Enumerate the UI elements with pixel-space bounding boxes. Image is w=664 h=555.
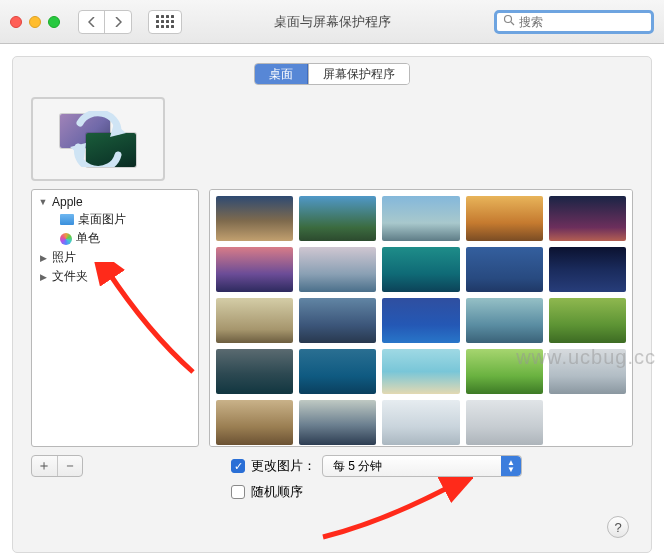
- show-all-button[interactable]: [148, 10, 182, 34]
- wallpaper-thumb[interactable]: [466, 196, 543, 241]
- wallpaper-thumb[interactable]: [549, 349, 626, 394]
- add-remove-group: ＋ －: [31, 455, 83, 477]
- wallpaper-thumb[interactable]: [382, 400, 459, 445]
- prefpane: 桌面 屏幕保护程序 ▼ Apple 桌面图: [12, 56, 652, 553]
- random-order-label: 随机顺序: [251, 483, 303, 501]
- wallpaper-thumb[interactable]: [216, 400, 293, 445]
- wallpaper-thumb[interactable]: [216, 247, 293, 292]
- wallpaper-thumb[interactable]: [466, 349, 543, 394]
- tree-node-desktop-pictures[interactable]: 桌面图片: [32, 210, 198, 229]
- svg-point-0: [505, 16, 512, 23]
- search-field-wrap[interactable]: [494, 10, 654, 34]
- random-order-checkbox[interactable]: [231, 485, 245, 499]
- svg-line-1: [511, 22, 514, 25]
- change-picture-checkbox[interactable]: [231, 459, 245, 473]
- colorwheel-icon: [60, 233, 72, 245]
- wallpaper-thumb[interactable]: [299, 349, 376, 394]
- nav-group: [78, 10, 132, 34]
- disclosure-right-icon: ▶: [38, 253, 48, 263]
- wallpaper-thumb[interactable]: [466, 247, 543, 292]
- tree-label: 照片: [52, 249, 76, 266]
- select-stepper-icon: ▲▼: [501, 456, 521, 476]
- wallpaper-thumb[interactable]: [549, 298, 626, 343]
- tree-label: 文件夹: [52, 268, 88, 285]
- minimize-window-button[interactable]: [29, 16, 41, 28]
- current-wallpaper-preview: [31, 97, 165, 181]
- wallpaper-thumb[interactable]: [382, 196, 459, 241]
- wallpaper-thumb[interactable]: [382, 247, 459, 292]
- disclosure-right-icon: ▶: [38, 272, 48, 282]
- wallpaper-thumb[interactable]: [299, 400, 376, 445]
- tree-label: 单色: [76, 230, 100, 247]
- remove-source-button[interactable]: －: [57, 456, 83, 476]
- back-button[interactable]: [79, 11, 105, 33]
- wallpaper-thumb[interactable]: [216, 298, 293, 343]
- controls-row: ＋ － 更改图片： 每 5 分钟 ▲▼ 随机顺序: [31, 455, 633, 501]
- wallpaper-thumb[interactable]: [299, 298, 376, 343]
- folder-icon: [60, 214, 74, 225]
- titlebar: 桌面与屏幕保护程序: [0, 0, 664, 44]
- wallpaper-grid[interactable]: [209, 189, 633, 447]
- source-sidebar[interactable]: ▼ Apple 桌面图片 单色 ▶ 照片 ▶ 文件夹: [31, 189, 199, 447]
- change-picture-label: 更改图片：: [251, 457, 316, 475]
- zoom-window-button[interactable]: [48, 16, 60, 28]
- grid-icon: [156, 15, 174, 28]
- help-button[interactable]: ?: [607, 516, 629, 538]
- tabs: 桌面 屏幕保护程序: [13, 63, 651, 85]
- wallpaper-thumb[interactable]: [299, 196, 376, 241]
- wallpaper-thumb[interactable]: [549, 196, 626, 241]
- tab-screensaver[interactable]: 屏幕保护程序: [308, 64, 409, 84]
- cycle-icon: [60, 111, 136, 167]
- wallpaper-thumb[interactable]: [299, 247, 376, 292]
- close-window-button[interactable]: [10, 16, 22, 28]
- wallpaper-thumb[interactable]: [382, 349, 459, 394]
- tab-desktop[interactable]: 桌面: [255, 64, 308, 84]
- disclosure-down-icon: ▼: [38, 197, 48, 207]
- select-value: 每 5 分钟: [333, 458, 382, 475]
- search-icon: [503, 14, 515, 29]
- tree-node-solid-colors[interactable]: 单色: [32, 229, 198, 248]
- tree-node-folders[interactable]: ▶ 文件夹: [32, 267, 198, 286]
- wallpaper-thumb[interactable]: [466, 298, 543, 343]
- tree-node-photos[interactable]: ▶ 照片: [32, 248, 198, 267]
- wallpaper-thumb[interactable]: [382, 298, 459, 343]
- tree-node-apple[interactable]: ▼ Apple: [32, 194, 198, 210]
- search-input[interactable]: [519, 15, 664, 29]
- tree-label: Apple: [52, 195, 83, 209]
- wallpaper-thumb[interactable]: [466, 400, 543, 445]
- forward-button[interactable]: [105, 11, 131, 33]
- wallpaper-thumb[interactable]: [216, 349, 293, 394]
- window-controls: [10, 16, 60, 28]
- tree-label: 桌面图片: [78, 211, 126, 228]
- add-source-button[interactable]: ＋: [32, 456, 57, 476]
- wallpaper-thumb[interactable]: [216, 196, 293, 241]
- wallpaper-thumb[interactable]: [549, 247, 626, 292]
- change-interval-select[interactable]: 每 5 分钟 ▲▼: [322, 455, 522, 477]
